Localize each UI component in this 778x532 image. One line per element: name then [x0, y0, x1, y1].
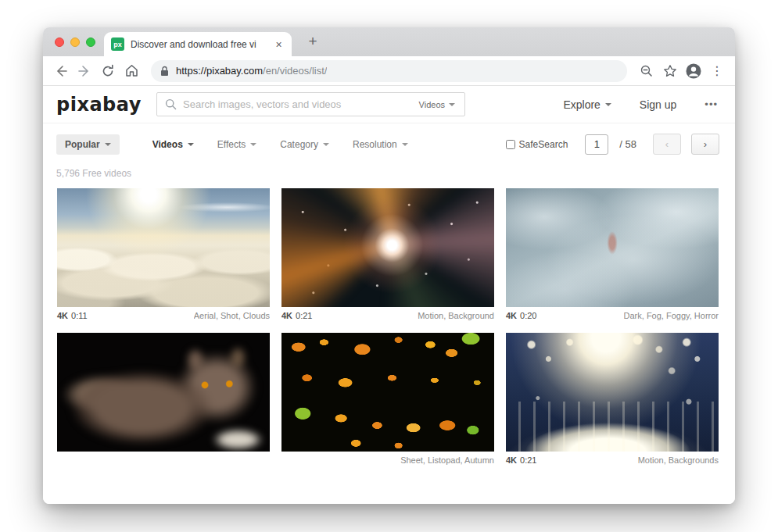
- pixabay-logo[interactable]: pixabay: [56, 94, 156, 116]
- back-icon[interactable]: [51, 61, 71, 81]
- header-nav: Explore Sign up •••: [563, 98, 718, 111]
- video-tags[interactable]: Sheet, Listopad, Autumn: [400, 455, 494, 465]
- video-card: 4K0:21 Motion, Backgrounds: [506, 333, 719, 467]
- video-caption: 4K0:21 Motion, Background: [281, 307, 494, 323]
- video-tags[interactable]: Motion, Backgrounds: [638, 455, 719, 465]
- url-path: /en/videos/list/: [263, 65, 327, 77]
- duration-label: 0:20: [520, 311, 536, 320]
- profile-avatar-icon[interactable]: [683, 61, 704, 81]
- safesearch-label: SafeSearch: [519, 139, 568, 150]
- filter-resolution-label: Resolution: [353, 139, 397, 150]
- header-more-menu-icon[interactable]: •••: [705, 98, 718, 110]
- duration-label: 0:21: [296, 311, 312, 320]
- video-caption: 4K0:21 Motion, Backgrounds: [506, 452, 719, 467]
- caret-down-icon: [449, 103, 455, 106]
- page-total-label: / 58: [619, 138, 636, 150]
- filter-category-label: Category: [280, 139, 318, 150]
- duration-label: 0:21: [520, 455, 536, 465]
- video-thumbnail-cat[interactable]: [57, 333, 270, 452]
- close-tab-icon[interactable]: ×: [273, 39, 285, 50]
- filter-resolution-dropdown[interactable]: Resolution: [353, 139, 408, 150]
- caret-down-icon: [605, 103, 611, 106]
- caret-down-icon: [323, 143, 329, 146]
- duration-label: 0:11: [71, 311, 88, 320]
- video-caption: 4K0:20 Dark, Fog, Foggy, Horror: [506, 307, 719, 323]
- sort-popular-label: Popular: [65, 139, 100, 150]
- video-card: 4K0:20 Dark, Fog, Foggy, Horror: [506, 188, 719, 323]
- video-meta: 4K0:21: [281, 311, 312, 320]
- safesearch-checkbox[interactable]: [506, 140, 515, 149]
- video-meta: [57, 455, 60, 465]
- resolution-badge: 4K: [506, 455, 517, 465]
- video-meta: 4K0:11: [57, 311, 88, 320]
- filter-effects-dropdown[interactable]: Effects: [217, 139, 256, 150]
- video-tags[interactable]: Dark, Fog, Foggy, Horror: [624, 311, 719, 320]
- filter-media-label: Videos: [152, 139, 183, 150]
- caret-down-icon: [188, 143, 194, 146]
- search-icon: [165, 98, 177, 110]
- tab-strip: px Discover and download free vi × +: [43, 27, 735, 56]
- address-bar[interactable]: https://pixabay.com/en/videos/list/: [151, 60, 627, 82]
- page-number-input[interactable]: [585, 134, 608, 155]
- video-thumbnail-light-water[interactable]: [506, 333, 719, 452]
- site-header: pixabay Videos Explore: [43, 86, 735, 123]
- caret-down-icon: [105, 143, 111, 146]
- safesearch-toggle[interactable]: SafeSearch: [506, 139, 568, 150]
- desktop: px Discover and download free vi × +: [0, 0, 778, 532]
- browser-window: px Discover and download free vi × +: [43, 27, 735, 504]
- results-count: 5,796 Free videos: [56, 168, 735, 179]
- search-input[interactable]: [183, 98, 411, 110]
- video-thumbnail-clouds[interactable]: [57, 188, 270, 307]
- new-tab-button[interactable]: +: [303, 32, 322, 51]
- browser-tab[interactable]: px Discover and download free vi ×: [104, 32, 292, 56]
- signup-link[interactable]: Sign up: [640, 98, 676, 111]
- video-meta: [281, 455, 285, 465]
- resolution-badge: 4K: [57, 311, 68, 320]
- url-text: https://pixabay.com/en/videos/list/: [176, 65, 327, 77]
- zoom-window-button[interactable]: [86, 37, 95, 47]
- minimize-window-button[interactable]: [70, 37, 80, 47]
- resolution-badge: 4K: [281, 311, 292, 320]
- bookmark-star-icon[interactable]: [660, 61, 680, 81]
- video-thumbnail-leaves[interactable]: [281, 333, 494, 452]
- caret-down-icon: [250, 143, 256, 146]
- browser-toolbar: https://pixabay.com/en/videos/list/ ⋮: [43, 56, 735, 86]
- filter-category-dropdown[interactable]: Category: [280, 139, 329, 150]
- video-thumbnail-galaxy[interactable]: [281, 188, 494, 307]
- video-meta: 4K0:21: [506, 455, 536, 465]
- video-card: 4K0:21 Motion, Background: [281, 188, 494, 323]
- pixabay-favicon-icon: px: [111, 37, 124, 51]
- video-tags[interactable]: Aerial, Shot, Clouds: [194, 311, 270, 320]
- video-tags[interactable]: Motion, Background: [418, 311, 494, 320]
- search-media-dropdown[interactable]: Videos: [411, 100, 464, 109]
- filter-right-group: SafeSearch / 58 ‹ ›: [506, 134, 719, 155]
- explore-menu[interactable]: Explore: [563, 98, 611, 111]
- resolution-badge: 4K: [506, 311, 517, 320]
- video-caption: Sheet, Listopad, Autumn: [281, 452, 494, 467]
- filter-media-type-dropdown[interactable]: Videos: [152, 139, 194, 150]
- video-card: 4K0:11 Aerial, Shot, Clouds: [57, 188, 270, 323]
- window-controls: [55, 37, 95, 47]
- next-page-button[interactable]: ›: [691, 134, 719, 155]
- reload-icon[interactable]: [98, 61, 118, 81]
- search-bar: Videos: [156, 92, 465, 116]
- forward-icon[interactable]: [74, 61, 95, 81]
- video-thumbnail-fog[interactable]: [506, 188, 719, 307]
- video-caption: 4K0:11 Aerial, Shot, Clouds: [57, 307, 270, 323]
- close-window-button[interactable]: [55, 37, 64, 47]
- prev-page-button[interactable]: ‹: [653, 134, 681, 155]
- sort-popular-dropdown[interactable]: Popular: [56, 134, 120, 155]
- video-card: Sheet, Listopad, Autumn: [281, 333, 494, 467]
- video-meta: 4K0:20: [506, 311, 536, 320]
- url-domain: https://pixabay.com: [176, 65, 263, 77]
- filter-bar: Popular Videos Effects Category Resoluti…: [43, 134, 735, 155]
- filter-effects-label: Effects: [217, 139, 246, 150]
- browser-menu-kebab-icon[interactable]: ⋮: [707, 61, 727, 81]
- lock-icon: [160, 66, 169, 77]
- zoom-out-icon[interactable]: [636, 61, 657, 81]
- home-icon[interactable]: [121, 61, 142, 81]
- video-grid: 4K0:11 Aerial, Shot, Clouds 4K0:21 Motio…: [43, 179, 735, 467]
- page-content: pixabay Videos Explore: [43, 86, 735, 504]
- video-caption: [57, 452, 270, 467]
- tab-title: Discover and download free vi: [131, 39, 267, 50]
